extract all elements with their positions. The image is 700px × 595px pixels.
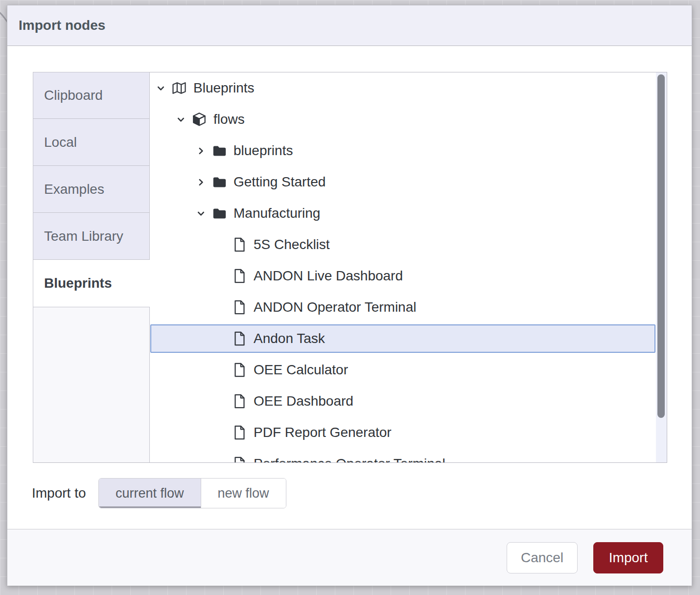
chevron-right-icon[interactable] [195, 178, 206, 186]
dialog-title: Import nodes [19, 18, 105, 33]
tree-item-label: PDF Report Generator [254, 425, 392, 440]
tree-item-label: Performance Operator Terminal [254, 456, 445, 463]
file-icon [232, 457, 247, 463]
import-to-current-flow[interactable]: current flow [99, 479, 201, 508]
chevron-down-icon[interactable] [195, 209, 206, 218]
tree-item[interactable]: flows [150, 104, 656, 135]
sidebar-tab-team-library[interactable]: Team Library [33, 213, 150, 260]
tree-item[interactable]: Blueprints [150, 72, 656, 104]
folder-icon [212, 145, 227, 157]
tree-item[interactable]: ANDON Live Dashboard [150, 260, 656, 292]
import-to-toggle: current flownew flow [98, 478, 286, 508]
tree-item[interactable]: OEE Dashboard [150, 386, 656, 417]
chevron-right-icon[interactable] [195, 147, 206, 155]
import-to-new-flow[interactable]: new flow [201, 479, 286, 508]
tree-item[interactable]: ANDON Operator Terminal [150, 292, 656, 323]
library-tabs: ClipboardLocalExamplesTeam LibraryBluepr… [33, 72, 150, 463]
sidebar-tab-label: Examples [44, 182, 104, 197]
tree-item[interactable]: OEE Calculator [150, 354, 656, 386]
tree-item[interactable]: Performance Operator Terminal [150, 448, 656, 463]
tree-item[interactable]: Manufacturing [150, 198, 656, 229]
file-icon [232, 394, 247, 409]
import-to-label: Import to [32, 478, 86, 508]
tree-item-label: flows [213, 112, 245, 127]
tree-item[interactable]: blueprints [150, 135, 656, 166]
chevron-down-icon[interactable] [175, 115, 186, 124]
tree-item-label: Andon Task [254, 331, 325, 346]
import-nodes-dialog: Import nodes ClipboardLocalExamplesTeam … [7, 5, 692, 586]
tree-item-label: ANDON Operator Terminal [254, 299, 416, 315]
tree-item-label: Blueprints [193, 80, 255, 96]
file-icon [232, 363, 247, 377]
tree-item[interactable]: Getting Started [150, 166, 656, 198]
dialog-footer: Cancel Import [7, 529, 692, 586]
scrollbar[interactable] [656, 72, 667, 462]
import-button[interactable]: Import [593, 542, 663, 573]
file-icon [232, 425, 247, 440]
file-icon [232, 237, 247, 252]
library-tree-pane: BlueprintsflowsblueprintsGetting Started… [150, 72, 667, 463]
cancel-button[interactable]: Cancel [507, 542, 578, 573]
tree-item[interactable]: PDF Report Generator [150, 417, 656, 448]
library-tree: BlueprintsflowsblueprintsGetting Started… [150, 72, 656, 463]
tree-item[interactable]: 5S Checklist [150, 229, 656, 260]
tree-item-label: ANDON Live Dashboard [254, 268, 403, 284]
sidebar-tab-label: Local [44, 135, 77, 150]
tree-item-label: blueprints [233, 143, 293, 159]
map-icon [172, 81, 187, 95]
tree-item-label: Getting Started [233, 174, 326, 190]
sidebar-tab-label: Clipboard [44, 88, 103, 103]
file-icon [232, 331, 247, 346]
folder-icon [212, 207, 227, 220]
dialog-header: Import nodes [7, 5, 692, 46]
sidebar-tab-local[interactable]: Local [33, 119, 150, 166]
sidebar-empty-area [33, 307, 150, 463]
scrollbar-thumb[interactable] [657, 74, 665, 418]
tree-item-label: OEE Calculator [254, 362, 348, 378]
sidebar-tab-label: Team Library [44, 229, 123, 244]
sidebar-tab-label: Blueprints [44, 275, 112, 291]
tree-item-label: OEE Dashboard [254, 393, 353, 409]
tree-item-selected[interactable]: Andon Task [150, 324, 655, 353]
package-icon [192, 112, 207, 127]
folder-icon [212, 176, 227, 188]
tree-item-label: Manufacturing [233, 206, 320, 221]
file-icon [232, 300, 247, 315]
tree-item-label: 5S Checklist [254, 237, 330, 252]
sidebar-tab-blueprints[interactable]: Blueprints [33, 260, 150, 307]
sidebar-tab-examples[interactable]: Examples [33, 166, 150, 213]
chevron-down-icon[interactable] [155, 84, 166, 92]
file-icon [232, 269, 247, 283]
sidebar-tab-clipboard[interactable]: Clipboard [33, 72, 150, 119]
